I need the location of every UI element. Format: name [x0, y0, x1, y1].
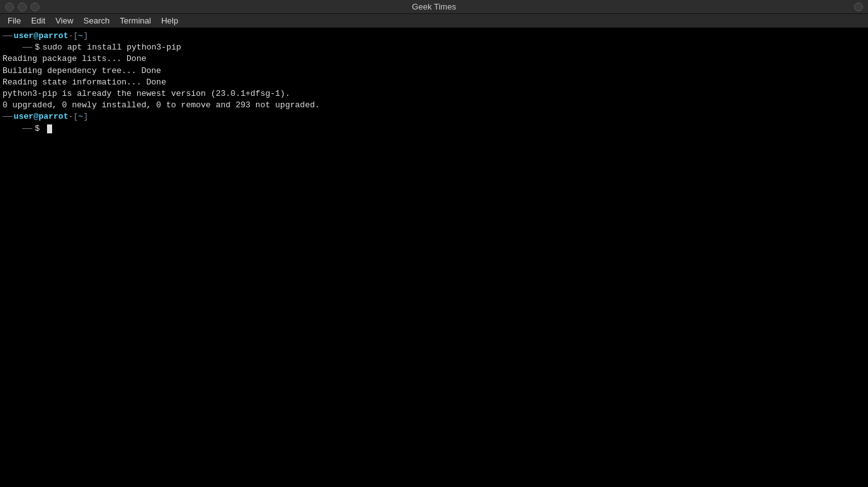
prompt-host-2: parrot — [39, 111, 69, 123]
output-line-5: 0 upgraded, 0 newly installed, 0 to remo… — [3, 100, 865, 111]
prompt-tilde-2: ~ — [78, 111, 83, 123]
command-line-2[interactable]: —— $ — [3, 123, 865, 135]
prompt-at-2: @ — [34, 111, 39, 123]
menu-terminal[interactable]: Terminal — [115, 14, 156, 27]
prompt-at-1: @ — [34, 30, 39, 42]
prompt-bracket-2: -[ — [68, 111, 78, 123]
cmd-arrow-1: —— — [3, 42, 32, 53]
terminal-window[interactable]: —— user @ parrot -[ ~ ] —— $ sudo apt in… — [0, 28, 868, 487]
prompt-bracket-1: -[ — [68, 30, 78, 42]
output-line-4: python3-pip is already the newest versio… — [3, 88, 865, 100]
maximize-button[interactable] — [31, 3, 39, 11]
window-title: Geek Times — [412, 2, 456, 11]
menu-file[interactable]: File — [3, 14, 26, 27]
window-controls[interactable] — [5, 3, 39, 11]
menu-view[interactable]: View — [50, 14, 78, 27]
prompt-user-1: user — [14, 30, 34, 42]
output-line-3: Reading state information... Done — [3, 77, 865, 88]
prompt-dollar-2: $ — [35, 123, 40, 135]
prompt-user-2: user — [14, 111, 34, 123]
prompt-arrow-1: —— — [3, 30, 13, 42]
output-line-1: Reading package lists... Done — [3, 53, 865, 65]
close-button[interactable] — [5, 3, 14, 11]
menu-edit[interactable]: Edit — [26, 14, 50, 27]
prompt-host-1: parrot — [39, 30, 69, 42]
prompt-arrow-2: —— — [3, 111, 13, 123]
minimize-button[interactable] — [18, 3, 27, 11]
menu-help[interactable]: Help — [156, 14, 184, 27]
right-button[interactable] — [854, 3, 863, 11]
active-cursor — [43, 123, 53, 135]
prompt-dollar-1: $ — [35, 42, 40, 53]
cmd-arrow-2: —— — [3, 123, 32, 135]
command-line-1: —— $ sudo apt install python3-pip — [3, 42, 865, 53]
title-bar: Geek Times — [0, 0, 868, 14]
menu-bar: File Edit View Search Terminal Help — [0, 14, 868, 28]
command-text-1: sudo apt install python3-pip — [43, 42, 181, 53]
prompt-line-2: —— user @ parrot -[ ~ ] — [3, 111, 865, 123]
prompt-line-1: —— user @ parrot -[ ~ ] — [3, 30, 865, 42]
menu-search[interactable]: Search — [78, 14, 114, 27]
prompt-bracket-close-2: ] — [83, 111, 88, 123]
output-line-2: Building dependency tree... Done — [3, 65, 865, 77]
prompt-bracket-close-1: ] — [83, 30, 88, 42]
terminal-cursor — [47, 124, 52, 133]
prompt-tilde-1: ~ — [78, 30, 83, 42]
